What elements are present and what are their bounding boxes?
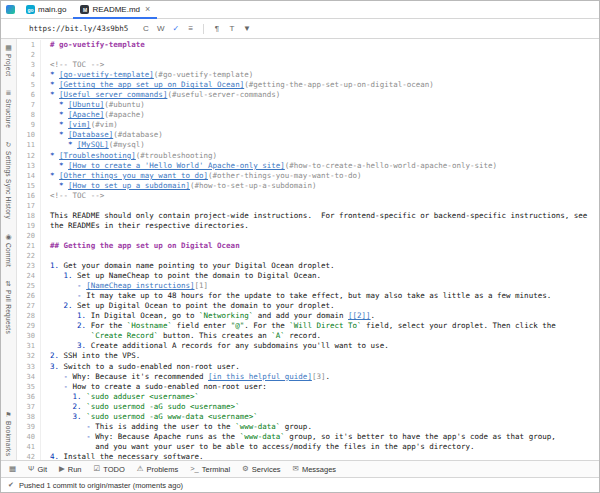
tool-window-label: Structure	[5, 99, 12, 128]
editor-line[interactable]: 2	[17, 50, 599, 60]
editor-line[interactable]: 17	[17, 201, 599, 211]
text-style-icon[interactable]: T	[225, 22, 238, 36]
status-message[interactable]: Pushed 1 commit to origin/master (moment…	[19, 481, 183, 490]
editor-line[interactable]: 11 * [MySQL](#mysql)	[17, 140, 599, 150]
editor-line[interactable]: 26 - It may take up to 48 hours for the …	[17, 291, 599, 301]
main-menu-button[interactable]	[1, 1, 19, 18]
markdown-editor[interactable]: 1# go-vuetify-template23<!-- TOC -->4* […	[17, 39, 599, 460]
stripe-top-group: ▦Project≣Structure↻Settings Sync History…	[5, 44, 12, 334]
line-number: 25	[17, 281, 41, 291]
tool-window-button-project[interactable]: ▦Project	[5, 44, 12, 76]
editor-line[interactable]: 38 3. `sudo usermod -aG www-data <userna…	[17, 412, 599, 422]
list-icon[interactable]: ≡	[184, 22, 197, 36]
editor-line[interactable]: 29 2. For the `Hostname` field enter "@"…	[17, 321, 599, 331]
editor-line[interactable]: 20	[17, 231, 599, 241]
tool-window-button-structure[interactable]: ≣Structure	[5, 89, 12, 128]
editor-line[interactable]: 333. Switch to a sudo-enabled non-root u…	[17, 362, 599, 372]
editor-line[interactable]: 24 1. Set up NameCheap to point the doma…	[17, 271, 599, 281]
markdown-link[interactable]: [Apache]	[68, 110, 104, 119]
line-number: 39	[17, 422, 41, 432]
tool-window-button-commit[interactable]: ◉Commit	[5, 233, 12, 267]
editor-line[interactable]: 37 2. `sudo usermod -aG sudo <username>`	[17, 402, 599, 412]
tool-window-button-terminal[interactable]: >_Terminal	[190, 465, 230, 474]
editor-line[interactable]: 40 - Why: Because Apache runs as the `ww…	[17, 432, 599, 442]
editor-line[interactable]: 6* [Useful server commands](#useful-serv…	[17, 90, 599, 100]
editor-line[interactable]: 13 * [How to create a 'Hello World' Apac…	[17, 161, 599, 171]
editor-line[interactable]: 14* [Other things you may want to do](#o…	[17, 171, 599, 181]
editor-line[interactable]: 7 * [Ubuntu](#ubuntu)	[17, 100, 599, 110]
tool-window-button-services[interactable]: ⚙Services	[242, 465, 281, 474]
tool-window-button-pull-requests[interactable]: ⇅Pull Requests	[5, 280, 12, 334]
editor-line[interactable]: 28 1. In Digital Ocean, go to `Networkin…	[17, 311, 599, 321]
code-segment: .	[325, 372, 330, 381]
editor-line[interactable]: 21## Getting the app set up on Digital O…	[17, 241, 599, 251]
wrap-icon[interactable]: W	[154, 22, 167, 36]
filter-icon[interactable]: ▼	[240, 22, 253, 36]
markdown-link[interactable]: [How to create a 'Hello World' Apache-on…	[68, 161, 285, 170]
editor-line[interactable]: 22	[17, 251, 599, 261]
tool-window-button-git[interactable]: ΨGit	[28, 465, 47, 474]
markdown-link[interactable]: [[2]]	[348, 311, 371, 320]
editor-line[interactable]: 41 and you want your user to be able to …	[17, 442, 599, 452]
editor-line[interactable]: 231. Get your domain name pointing to yo…	[17, 261, 599, 271]
code-segment: *	[50, 70, 59, 79]
markdown-link[interactable]: [Other things you may want to do]	[59, 171, 208, 180]
close-tab-icon[interactable]: ×	[145, 5, 150, 14]
editor-line[interactable]: 36 1. `sudo adduser <username>`	[17, 392, 599, 402]
editor-line[interactable]: 35 - How to create a sudo-enabled non-ro…	[17, 382, 599, 392]
editor-line[interactable]: 3<!-- TOC -->	[17, 60, 599, 70]
tool-window-button-run[interactable]: ▶Run	[59, 465, 82, 474]
code-segment: Set up NameCheap to point the domain to …	[77, 271, 321, 280]
layout-windows-icon[interactable]: ▦	[9, 465, 16, 473]
markdown-link[interactable]: [Ubuntu]	[68, 100, 104, 109]
line-content: 3. Create additional A records for any s…	[41, 341, 389, 351]
editor-line[interactable]: 16<!-- TOC -->	[17, 191, 599, 201]
line-content: 2. For the `Hostname` field enter "@". F…	[41, 321, 556, 331]
go-file-icon: go	[26, 5, 35, 14]
markdown-toolbar: https://bit.ly/43s9bh5 CW✓≡ ¶T▼	[1, 19, 599, 39]
editor-line[interactable]: 15 * [How to set up a subdomain](#how-to…	[17, 181, 599, 191]
tool-window-button-problems[interactable]: ⚠Problems	[137, 465, 178, 474]
tool-window-button-messages[interactable]: ✉Messages	[293, 465, 336, 474]
tool-window-button-bookmarks[interactable]: ⚑Bookmarks	[5, 411, 12, 456]
markdown-link[interactable]: [Troubleshooting]	[59, 151, 136, 160]
markdown-link[interactable]: [Getting the app set up on Digital Ocean…	[59, 80, 244, 89]
markdown-link[interactable]: [MySQL]	[77, 140, 109, 149]
editor-line[interactable]: 4* [go-vuetify-template](#go-vuetify-tem…	[17, 70, 599, 80]
code-segment: Why: Because it's recommended	[73, 372, 208, 381]
markdown-link[interactable]: [go-vuetify-template]	[59, 70, 154, 79]
editor-line[interactable]: 9 * [vim](#vim)	[17, 120, 599, 130]
editor-line[interactable]: 30 `Create Record` button. This creates …	[17, 331, 599, 341]
tab-main-go[interactable]: gomain.go	[19, 1, 73, 18]
markdown-link[interactable]: [How to set up a subdomain]	[68, 181, 190, 190]
pilcrow-icon[interactable]: ¶	[210, 22, 223, 36]
editor-line[interactable]: 1# go-vuetify-template	[17, 40, 599, 50]
editor-line[interactable]: 424. Install the necessary software.	[17, 452, 599, 460]
editor-line[interactable]: 34 - Why: Because it's recommended [in t…	[17, 372, 599, 382]
editor-line[interactable]: 25 - [NameCheap instructions][1]	[17, 281, 599, 291]
tool-window-label: Settings Sync History	[5, 151, 12, 219]
line-content: * [Getting the app set up on Digital Oce…	[41, 80, 434, 90]
editor-line[interactable]: 39 - This is adding the user to the `www…	[17, 422, 599, 432]
pull-requests-icon: ⇅	[6, 280, 12, 288]
spellcheck-icon[interactable]: ✓	[169, 22, 182, 36]
tool-window-button-todo[interactable]: ☑TODO	[94, 465, 125, 474]
tool-window-button-settings-sync-history[interactable]: ↻Settings Sync History	[5, 141, 12, 219]
editor-line[interactable]: 8 * [Apache](#apache)	[17, 110, 599, 120]
editor-line[interactable]: 27 2. Set up Digital Ocean to point the …	[17, 301, 599, 311]
editor-line[interactable]: 12* [Troubleshooting](#troubleshooting)	[17, 151, 599, 161]
markdown-link[interactable]: [in this helpful guide]	[208, 372, 312, 381]
tab-readme-md[interactable]: MREADME.md×	[73, 1, 157, 18]
markdown-link[interactable]: [Useful server commands]	[59, 90, 167, 99]
link-url-text[interactable]: https://bit.ly/43s9bh5	[29, 24, 128, 33]
editor-line[interactable]: 322. SSH into the VPS.	[17, 351, 599, 361]
markdown-link[interactable]: [vim]	[68, 120, 91, 129]
editor-line[interactable]: 18This README should only contain projec…	[17, 211, 599, 221]
markdown-link[interactable]: [Database]	[68, 130, 113, 139]
editor-line[interactable]: 5* [Getting the app set up on Digital Oc…	[17, 80, 599, 90]
editor-line[interactable]: 19the READMEs in their respective direct…	[17, 221, 599, 231]
editor-line[interactable]: 10 * [Database](#database)	[17, 130, 599, 140]
code-span-icon[interactable]: C	[139, 22, 152, 36]
markdown-link[interactable]: [NameCheap instructions]	[86, 281, 194, 290]
editor-line[interactable]: 31 3. Create additional A records for an…	[17, 341, 599, 351]
